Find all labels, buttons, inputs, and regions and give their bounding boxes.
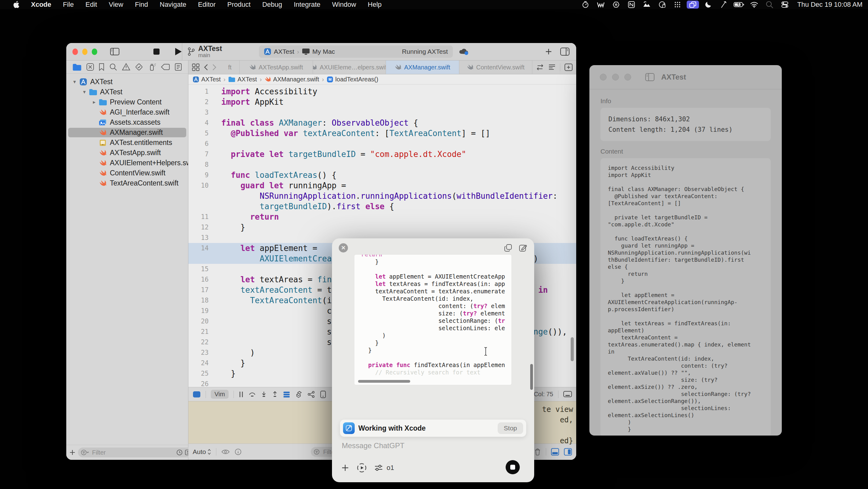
adjust-editor-icon[interactable] [193,391,201,398]
meter-icon[interactable] [579,1,592,9]
tab-overview-grid-icon[interactable] [192,64,199,71]
file-row-preview-content[interactable]: ▸Preview Content [66,97,188,107]
pause-icon[interactable] [239,391,244,398]
horizontal-scrollbar[interactable] [358,380,410,383]
breadcrumb-item-axtest[interactable]: AXTest [228,76,257,83]
cleanshot-icon[interactable] [641,1,653,9]
control-center-icon[interactable] [779,1,791,9]
battery-icon[interactable] [733,1,745,9]
info-circle-icon[interactable] [235,449,242,455]
tab-axuieleme-elpers-swift[interactable]: AXUIEleme…elpers.swift [313,60,386,74]
menu-view[interactable]: View [103,0,129,9]
zoom-window-button[interactable] [624,74,631,81]
file-row-agi-interface-swift[interactable]: AGI_Interface.swift [66,107,188,117]
recent-clock-icon[interactable] [177,450,183,456]
console-view-toggle-icon[interactable] [564,448,572,456]
screen-capture-icon[interactable] [687,1,699,9]
disclosure-open-icon[interactable]: ▾ [81,89,88,95]
file-row-axtest[interactable]: ▾AXTest [66,77,188,87]
menu-integrate[interactable]: Integrate [288,0,327,9]
disclosure-closed-icon[interactable]: ▸ [90,99,98,105]
search-icon[interactable] [109,63,117,71]
back-chevron-icon[interactable] [204,64,208,70]
forward-chevron-icon[interactable] [212,64,217,70]
view-hierarchy-icon[interactable] [283,391,290,398]
toggle-navigator-icon[interactable] [110,48,119,55]
menu-help[interactable]: Help [362,0,388,9]
file-row-axtest[interactable]: ▾AXTest [66,87,188,97]
menu-xcode[interactable]: Xcode [25,0,57,9]
simulator-icon[interactable] [320,391,327,398]
scheme-selector[interactable]: AXTest › My Mac Running AXTest [259,46,453,58]
file-row-assets-xcassets[interactable]: Assets.xcassets [66,117,188,127]
diamond-check-icon[interactable] [135,63,143,71]
code-preview-panel[interactable]: return } let appElement = AXUIElementCre… [354,254,512,385]
quicklook-eye-icon[interactable] [221,449,230,455]
tab-contentview-swift[interactable]: ContentView.swift [459,60,533,74]
step-into-icon[interactable] [261,391,267,398]
search-icon[interactable] [763,1,776,9]
share-nodes-icon[interactable] [307,391,315,398]
breadcrumb-item-loadtextareas-[interactable]: MloadTextAreas() [327,76,378,83]
menu-file[interactable]: File [57,0,80,9]
navigator-filter-field[interactable] [78,448,195,457]
chatgpt-icon[interactable] [610,1,622,9]
copy-icon[interactable] [504,244,512,252]
file-row-axuielement-helpers-swift[interactable]: AXUIElement+Helpers.swift [66,158,188,168]
step-over-icon[interactable] [249,391,256,398]
tab-axtestapp-swift[interactable]: AXTestApp.swift [240,60,313,74]
menu-find[interactable]: Find [129,0,154,9]
tab-axmanager-swift[interactable]: AXManager.swift [386,60,459,74]
menu-product[interactable]: Product [221,0,256,9]
menu-navigate[interactable]: Navigate [154,0,192,9]
file-row-axmanager-swift[interactable]: AXManager.swift [66,127,188,138]
minimize-window-button[interactable] [82,49,88,55]
tab-ft[interactable]: ft [220,60,240,74]
navigator-filter-input[interactable] [91,449,174,456]
doc-list-icon[interactable] [175,63,182,71]
menubar-clock[interactable]: Thu Dec 19 10:08 AM [794,1,863,9]
menu-edit[interactable]: Edit [80,0,103,9]
stop-run-button[interactable] [153,48,160,55]
memory-graph-icon[interactable] [295,391,303,398]
step-out-icon[interactable] [272,391,278,398]
variables-view-toggle-icon[interactable] [551,448,559,456]
add-tab-plus-icon[interactable] [545,48,552,55]
code-review-lines-icon[interactable] [548,64,556,70]
editor-layout-icon[interactable] [560,48,569,56]
breadcrumb-item-axmanager-swift[interactable]: AXManager.swift [265,76,319,83]
project-branch-block[interactable]: AXTest main [198,45,222,58]
focus-moon-icon[interactable] [702,1,714,9]
add-file-plus-icon[interactable] [69,450,75,456]
wifi-icon[interactable] [748,1,760,9]
editor-scrollbar[interactable] [571,337,574,361]
vertical-scrollbar[interactable] [530,364,533,390]
attach-plus-icon[interactable] [341,464,349,472]
stop-button[interactable]: Stop [498,422,523,434]
sidebar-toggle-icon[interactable] [645,73,654,81]
record-lock-icon[interactable] [656,1,668,9]
stop-generating-button[interactable] [506,460,520,474]
navigator-tab-project[interactable] [72,64,82,70]
model-selector[interactable]: o1 [386,464,394,472]
pen-icon[interactable] [717,1,730,9]
variables-scope-selector[interactable]: Auto [193,448,211,456]
close-window-button[interactable] [72,49,78,55]
screen-capture-icon[interactable] [357,463,366,472]
onepassword-icon[interactable] [595,1,607,9]
notion-icon[interactable] [625,1,638,9]
tag-icon[interactable] [161,64,170,70]
minimize-window-button[interactable] [612,74,619,81]
dots-grid-icon[interactable] [671,1,684,9]
file-row-textareacontent-swift[interactable]: TextAreaContent.swift [66,178,188,188]
vim-mode-badge[interactable]: Vim [211,390,228,399]
apple-menu-icon[interactable] [7,1,25,8]
close-window-button[interactable] [600,74,607,81]
file-row-axtest-entitlements[interactable]: AXTest.entitlements [66,138,188,148]
edit-icon[interactable] [519,244,527,252]
square-x-icon[interactable] [86,63,94,71]
menu-window[interactable]: Window [326,0,362,9]
breadcrumb-item-axtest[interactable]: AXTest [193,76,221,83]
file-row-contentview-swift[interactable]: ContentView.swift [66,168,188,178]
bookmark-icon[interactable] [98,63,105,71]
